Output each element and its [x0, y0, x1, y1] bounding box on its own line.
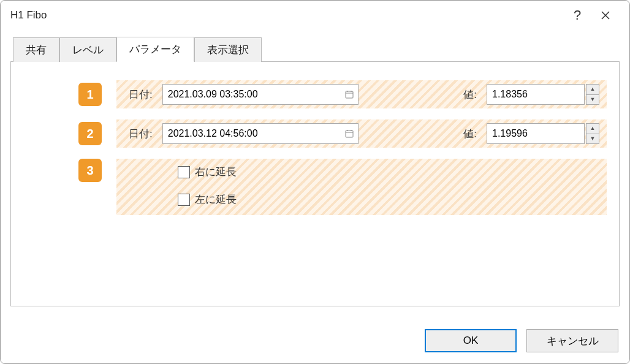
value-field-2: ▲ ▼ — [487, 123, 599, 144]
calendar-button-2[interactable] — [341, 129, 358, 138]
value-input-2[interactable] — [487, 123, 585, 144]
svg-rect-0 — [346, 91, 353, 98]
date-field-2 — [162, 123, 359, 144]
svg-rect-4 — [346, 131, 353, 137]
content: 共有 レベル パラメータ 表示選択 1 日付: 値: — [1, 30, 629, 320]
tab-parameters[interactable]: パラメータ — [116, 37, 194, 62]
cancel-button[interactable]: キャンセル — [526, 329, 618, 352]
button-bar: OK キャンセル — [1, 320, 629, 363]
value-label-1: 値: — [463, 88, 477, 102]
tab-levels[interactable]: レベル — [59, 37, 116, 62]
ok-button[interactable]: OK — [425, 329, 517, 352]
row2-area: 日付: 値: ▲ ▼ — [116, 119, 607, 148]
date-input-2[interactable] — [163, 124, 341, 143]
help-button[interactable]: ? — [563, 1, 591, 29]
value-field-1: ▲ ▼ — [487, 84, 599, 105]
badge-1: 1 — [78, 83, 102, 106]
date-label-1: 日付: — [129, 88, 153, 102]
close-button[interactable] — [591, 1, 620, 29]
extend-left-checkbox[interactable] — [178, 194, 190, 206]
extend-left-row: 左に延長 — [178, 192, 599, 207]
spin-down-2[interactable]: ▼ — [586, 134, 599, 144]
badge-2: 2 — [78, 122, 102, 145]
spinner-1: ▲ ▼ — [586, 84, 599, 105]
tab-panel-parameters: 1 日付: 値: ▲ ▼ — [10, 61, 620, 306]
badge-3: 3 — [78, 159, 102, 182]
extend-right-checkbox[interactable] — [178, 166, 190, 178]
param-row-1: 1 日付: 値: ▲ ▼ — [23, 80, 607, 108]
extend-right-label[interactable]: 右に延長 — [195, 165, 237, 179]
spin-up-1[interactable]: ▲ — [586, 85, 599, 95]
param-row-2: 2 日付: 値: ▲ ▼ — [23, 119, 607, 148]
value-label-2: 値: — [463, 127, 477, 141]
dialog-title: H1 Fibo — [10, 9, 563, 21]
calendar-icon — [344, 129, 354, 138]
spinner-2: ▲ ▼ — [586, 123, 599, 144]
date-field-1 — [162, 84, 359, 105]
extend-right-row: 右に延長 — [178, 165, 599, 179]
spin-down-1[interactable]: ▼ — [586, 95, 599, 105]
tab-bar: 共有 レベル パラメータ 表示選択 — [13, 36, 620, 61]
row3-area: 右に延長 左に延長 — [116, 159, 607, 215]
spin-up-2[interactable]: ▲ — [586, 124, 599, 134]
close-icon — [601, 10, 610, 20]
properties-dialog: H1 Fibo ? 共有 レベル パラメータ 表示選択 1 日付: — [0, 0, 630, 364]
value-input-1[interactable] — [487, 84, 585, 105]
date-label-2: 日付: — [129, 127, 153, 141]
extend-left-label[interactable]: 左に延長 — [195, 192, 237, 207]
calendar-icon — [344, 89, 354, 99]
calendar-button-1[interactable] — [341, 89, 358, 99]
row1-area: 日付: 値: ▲ ▼ — [116, 80, 607, 108]
tab-visualization[interactable]: 表示選択 — [194, 37, 262, 62]
tab-common[interactable]: 共有 — [13, 37, 59, 62]
date-input-1[interactable] — [163, 85, 341, 104]
param-row-3: 3 右に延長 左に延長 — [23, 159, 607, 215]
titlebar: H1 Fibo ? — [1, 1, 629, 30]
